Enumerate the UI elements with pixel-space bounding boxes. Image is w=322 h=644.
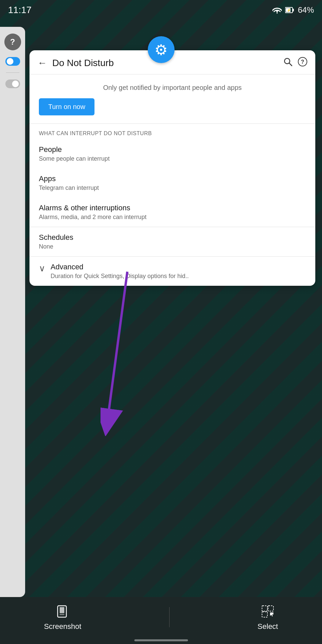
svg-line-5 — [289, 63, 292, 66]
sidebar-help-button[interactable]: ? — [4, 34, 21, 50]
turn-on-button[interactable]: Turn on now — [39, 98, 94, 115]
battery-percentage: 64% — [298, 5, 314, 15]
apps-menu-item[interactable]: Apps Telegram can interrupt — [29, 168, 315, 198]
people-subtitle: Some people can interrupt — [39, 155, 306, 162]
apps-subtitle: Telegram can interrupt — [39, 184, 306, 192]
bottom-divider — [169, 607, 170, 627]
svg-rect-1 — [293, 9, 294, 11]
advanced-title: Advanced — [51, 263, 306, 271]
dnd-subtitle: Only get notified by important people an… — [39, 84, 306, 92]
svg-rect-13 — [262, 606, 267, 611]
sidebar-divider — [6, 72, 19, 73]
search-button[interactable] — [283, 57, 293, 69]
svg-rect-15 — [262, 612, 267, 617]
select-label: Select — [258, 622, 278, 631]
svg-rect-11 — [60, 607, 64, 613]
schedules-title: Schedules — [39, 233, 306, 242]
battery-icon: ⚡ — [285, 6, 295, 14]
status-time: 11:17 — [8, 5, 31, 15]
advanced-content: Advanced Duration for Quick Settings, Di… — [51, 263, 306, 280]
alarms-title: Alarms & other interruptions — [39, 204, 306, 212]
alarms-subtitle: Alarms, media, and 2 more can interrupt — [39, 214, 306, 221]
back-button[interactable]: ← — [38, 58, 47, 68]
top-section: Only get notified by important people an… — [29, 74, 315, 124]
advanced-menu-item[interactable]: ∨ Advanced Duration for Quick Settings, … — [29, 257, 315, 286]
apps-title: Apps — [39, 174, 306, 183]
home-indicator — [134, 639, 188, 641]
help-button[interactable]: ? — [298, 57, 307, 69]
sidebar-toggle-off[interactable] — [5, 79, 20, 88]
screenshot-label: Screenshot — [44, 622, 81, 631]
svg-text:?: ? — [301, 59, 304, 65]
select-button[interactable]: Select — [258, 603, 278, 631]
sidebar-toggle-on[interactable] — [5, 57, 20, 66]
section-label: WHAT CAN INTERRUPT DO NOT DISTURB — [29, 124, 315, 139]
do-not-disturb-dialog: ← Do Not Disturb ? Only get notified by … — [29, 50, 315, 286]
bottom-bar: Screenshot Select — [0, 597, 322, 644]
status-icons: ⚡ 64% — [272, 5, 314, 15]
people-title: People — [39, 145, 306, 154]
schedules-subtitle: None — [39, 243, 306, 250]
settings-gear-badge: ⚙ — [148, 36, 175, 63]
screenshot-button[interactable]: Screenshot — [44, 603, 81, 631]
wifi-icon — [272, 6, 282, 14]
gear-icon: ⚙ — [154, 41, 168, 58]
status-bar: 11:17 ⚡ 64% — [0, 0, 322, 20]
screenshot-icon — [55, 603, 71, 620]
svg-rect-14 — [268, 606, 273, 611]
alarms-menu-item[interactable]: Alarms & other interruptions Alarms, med… — [29, 198, 315, 227]
sidebar-panel: ? — [0, 27, 25, 597]
advanced-subtitle: Duration for Quick Settings, Display opt… — [51, 273, 306, 280]
schedules-menu-item[interactable]: Schedules None — [29, 227, 315, 256]
people-menu-item[interactable]: People Some people can interrupt — [29, 139, 315, 168]
select-icon — [260, 603, 276, 620]
svg-text:⚡: ⚡ — [287, 8, 291, 12]
chevron-down-icon: ∨ — [39, 263, 45, 274]
svg-rect-12 — [60, 614, 64, 615]
